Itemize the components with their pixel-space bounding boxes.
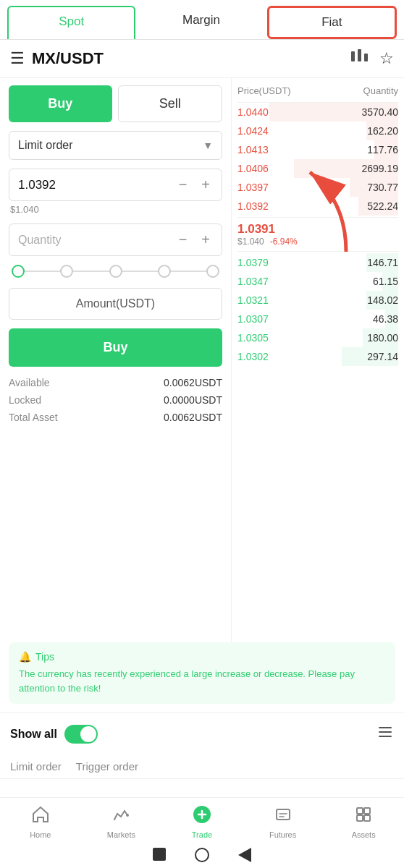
svg-rect-1: [358, 49, 361, 61]
nav-futures[interactable]: Futures: [258, 805, 308, 839]
chevron-down-icon: ▼: [203, 140, 213, 151]
sell-order-qty: 117.76: [355, 144, 398, 156]
nav-items: Home Markets Trade: [0, 798, 404, 843]
price-col-label: Price(USDT): [237, 85, 291, 96]
buy-sell-row: Buy Sell: [9, 85, 222, 122]
assets-label: Assets: [352, 830, 376, 839]
buy-order-row[interactable]: 1.0347 61.15: [237, 272, 398, 291]
locked-row: Locked 0.0000USDT: [9, 394, 222, 406]
available-label: Available: [9, 377, 50, 388]
slider-dot-25[interactable]: [60, 265, 73, 278]
svg-rect-5: [379, 731, 392, 733]
back-square-icon[interactable]: [153, 848, 166, 861]
markets-icon: [111, 805, 130, 828]
buy-tab-button[interactable]: Buy: [9, 85, 112, 122]
locked-value: 0.0000USDT: [164, 394, 222, 406]
sell-order-row[interactable]: 1.0413 117.76: [237, 140, 398, 159]
svg-rect-0: [351, 51, 355, 61]
buy-order-row[interactable]: 1.0379 146.71: [237, 253, 398, 272]
assets-icon: [354, 805, 373, 828]
tab-margin[interactable]: Margin: [138, 6, 264, 39]
buy-order-price: 1.0305: [237, 332, 269, 344]
buy-action-button[interactable]: Buy: [9, 328, 222, 367]
current-price: 1.0391: [237, 222, 275, 237]
buy-order-qty: 180.00: [355, 332, 398, 344]
price-input-row: 1.0392 − +: [9, 169, 222, 201]
tips-text: The currency has recently experienced a …: [19, 667, 385, 695]
chart-icon[interactable]: [350, 48, 369, 69]
sell-orders: 1.0440 3570.40 1.0424 162.20 1.0413 117.…: [237, 103, 398, 216]
show-all-toggle[interactable]: [64, 725, 98, 744]
sell-order-row[interactable]: 1.0440 3570.40: [237, 103, 398, 122]
buy-order-price: 1.0321: [237, 294, 269, 306]
percentage-slider[interactable]: [9, 265, 222, 278]
tab-spot[interactable]: Spot: [7, 6, 135, 39]
slider-dot-75[interactable]: [158, 265, 171, 278]
nav-home[interactable]: Home: [15, 805, 66, 839]
price-usd-label: $1.040: [9, 204, 222, 215]
sell-tab-button[interactable]: Sell: [118, 85, 223, 122]
show-all-row: Show all: [0, 712, 404, 754]
star-icon[interactable]: ☆: [379, 49, 394, 68]
total-asset-value: 0.0062USDT: [164, 412, 222, 423]
price-increase-button[interactable]: +: [198, 176, 213, 193]
svg-rect-10: [357, 808, 363, 814]
tips-box: 🔔 Tips The currency has recently experie…: [9, 642, 395, 704]
sell-order-row[interactable]: 1.0424 162.20: [237, 122, 398, 140]
tab-fiat[interactable]: Fiat: [267, 6, 397, 39]
list-icon[interactable]: [376, 723, 394, 744]
locked-label: Locked: [9, 394, 41, 406]
quantity-decrease-button[interactable]: −: [176, 231, 190, 248]
available-row: Available 0.0062USDT: [9, 377, 222, 388]
sell-order-price: 1.0392: [237, 200, 269, 212]
svg-rect-11: [364, 808, 370, 814]
sell-order-row[interactable]: 1.0397 730.77: [237, 178, 398, 197]
sell-order-price: 1.0440: [237, 106, 269, 118]
back-triangle-icon[interactable]: [238, 848, 251, 862]
home-circle-icon[interactable]: [195, 848, 209, 862]
order-type-select[interactable]: Limit order ▼: [9, 131, 222, 160]
sell-order-row[interactable]: 1.0392 522.24: [237, 197, 398, 216]
tab-limit-order[interactable]: Limit order: [10, 760, 62, 778]
futures-label: Futures: [269, 830, 296, 839]
total-asset-label: Total Asset: [9, 412, 58, 423]
asset-info: Available 0.0062USDT Locked 0.0000USDT T…: [9, 377, 222, 423]
available-value: 0.0062USDT: [164, 377, 222, 388]
svg-rect-6: [379, 736, 392, 737]
slider-dot-0[interactable]: [12, 265, 25, 278]
quantity-placeholder: Quantity: [18, 234, 176, 247]
nav-trade[interactable]: Trade: [177, 805, 227, 839]
nav-assets[interactable]: Assets: [338, 805, 389, 839]
quantity-increase-button[interactable]: +: [198, 231, 213, 248]
nav-markets[interactable]: Markets: [96, 805, 146, 839]
header-icons: ☆: [350, 48, 394, 69]
header: ☰ MX/USDT ☆: [0, 40, 404, 78]
quantity-input-row[interactable]: Quantity − +: [9, 224, 222, 256]
slider-dot-50[interactable]: [109, 265, 122, 278]
tips-title: 🔔 Tips: [19, 651, 385, 663]
top-tabs: Spot Margin Fiat: [0, 0, 404, 40]
svg-rect-9: [277, 809, 290, 820]
sell-order-row[interactable]: 1.0406 2699.19: [237, 159, 398, 178]
sell-order-qty: 730.77: [355, 182, 398, 193]
current-price-usd: $1.040: [237, 237, 264, 247]
buy-order-row[interactable]: 1.0321 148.02: [237, 291, 398, 310]
price-value: 1.0392: [18, 178, 176, 192]
sell-order-qty: 162.20: [355, 125, 398, 137]
slider-dot-100[interactable]: [206, 265, 219, 278]
order-book: Price(USDT) Quantity 1.0440 3570.40 1.04…: [232, 78, 404, 642]
buy-order-row[interactable]: 1.0307 46.38: [237, 310, 398, 328]
buy-order-row[interactable]: 1.0305 180.00: [237, 328, 398, 347]
order-tabs: Limit order Trigger order: [0, 754, 404, 779]
current-price-row: 1.0391 $1.040 -6.94%: [237, 217, 398, 252]
buy-order-price: 1.0347: [237, 276, 269, 287]
tab-trigger-order[interactable]: Trigger order: [76, 760, 138, 778]
amount-usdt-button[interactable]: Amount(USDT): [9, 288, 222, 320]
qty-col-label: Quantity: [363, 85, 398, 96]
price-decrease-button[interactable]: −: [176, 176, 190, 193]
pair-title: MX/USDT: [32, 49, 350, 68]
buy-orders: 1.0379 146.71 1.0347 61.15 1.0321 148.02…: [237, 253, 398, 366]
hamburger-icon[interactable]: ☰: [10, 49, 25, 68]
buy-order-row[interactable]: 1.0302 297.14: [237, 347, 398, 366]
order-book-header: Price(USDT) Quantity: [237, 82, 398, 103]
